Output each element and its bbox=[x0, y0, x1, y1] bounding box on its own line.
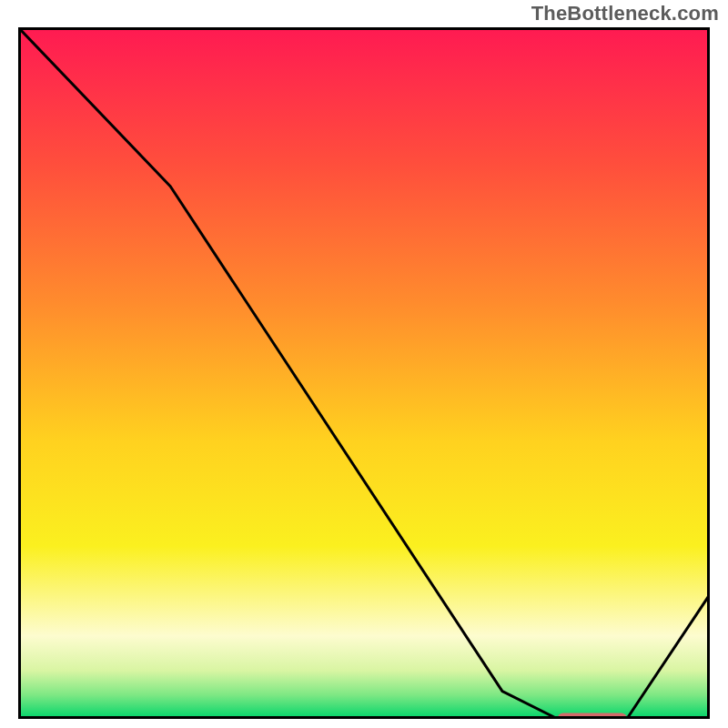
chart-svg bbox=[18, 27, 710, 719]
chart-container: TheBottleneck.com bbox=[0, 0, 728, 728]
watermark-text: TheBottleneck.com bbox=[531, 2, 719, 25]
gradient-background bbox=[18, 27, 710, 719]
chart-area bbox=[18, 27, 710, 719]
